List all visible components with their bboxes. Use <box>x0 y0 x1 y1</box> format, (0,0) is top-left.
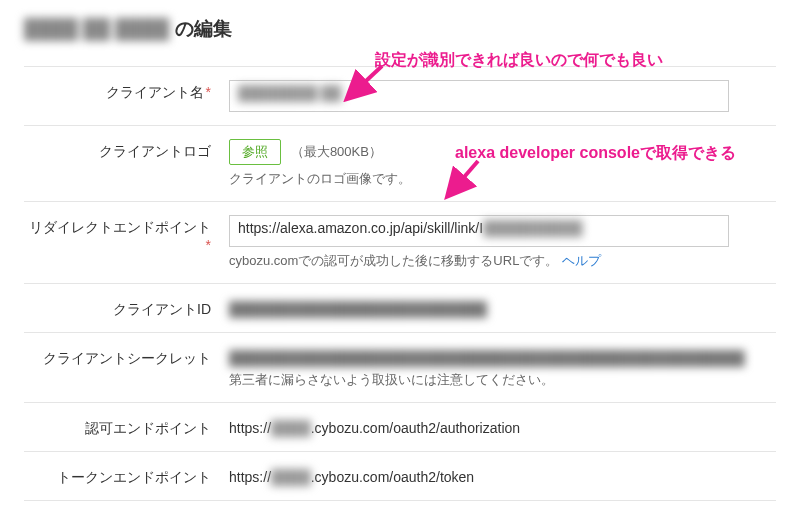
row-redirect-endpoint: リダイレクトエンドポイント* https://alexa.amazon.co.j… <box>24 201 776 283</box>
redirect-endpoint-help: cybozu.comでの認可が成功した後に移動するURLです。 ヘルプ <box>229 252 766 270</box>
row-token-endpoint: トークンエンドポイント https://████.cybozu.com/oaut… <box>24 451 776 500</box>
row-auth-endpoint: 認可エンドポイント https://████.cybozu.com/oauth2… <box>24 402 776 451</box>
client-name-input[interactable]: ████████ ██ <box>229 80 729 112</box>
client-logo-help: クライアントのロゴ画像です。 <box>229 170 766 188</box>
help-link[interactable]: ヘルプ <box>562 253 601 268</box>
redirect-endpoint-input[interactable]: https://alexa.amazon.co.jp/api/skill/lin… <box>229 215 729 247</box>
browse-button[interactable]: 参照 <box>229 139 281 165</box>
label-client-id: クライアントID <box>24 297 229 319</box>
auth-endpoint-value: https://████.cybozu.com/oauth2/authoriza… <box>229 416 766 436</box>
footer-actions: 保存 キャンセル <box>24 500 776 513</box>
label-client-logo: クライアントロゴ <box>24 139 229 161</box>
page-title: ████ ██ ████ の編集 <box>24 16 776 42</box>
page-title-suffix: の編集 <box>175 16 232 42</box>
max-size-note: （最大800KB） <box>291 144 382 159</box>
label-client-secret: クライアントシークレット <box>24 346 229 368</box>
label-redirect-endpoint: リダイレクトエンドポイント* <box>24 215 229 253</box>
row-client-name: クライアント名* ████████ ██ <box>24 66 776 125</box>
label-token-endpoint: トークンエンドポイント <box>24 465 229 487</box>
token-endpoint-value: https://████.cybozu.com/oauth2/token <box>229 465 766 485</box>
client-secret-value: ████████████████████████████████████████… <box>229 346 766 366</box>
row-client-logo: クライアントロゴ 参照 （最大800KB） クライアントのロゴ画像です。 <box>24 125 776 201</box>
row-client-secret: クライアントシークレット ███████████████████████████… <box>24 332 776 402</box>
label-client-name: クライアント名* <box>24 80 229 102</box>
client-secret-help: 第三者に漏らさないよう取扱いには注意してください。 <box>229 371 766 389</box>
client-id-value: ██████████████████████████ <box>229 297 766 317</box>
label-auth-endpoint: 認可エンドポイント <box>24 416 229 438</box>
row-client-id: クライアントID ██████████████████████████ <box>24 283 776 332</box>
page-title-redacted: ████ ██ ████ <box>24 18 169 40</box>
